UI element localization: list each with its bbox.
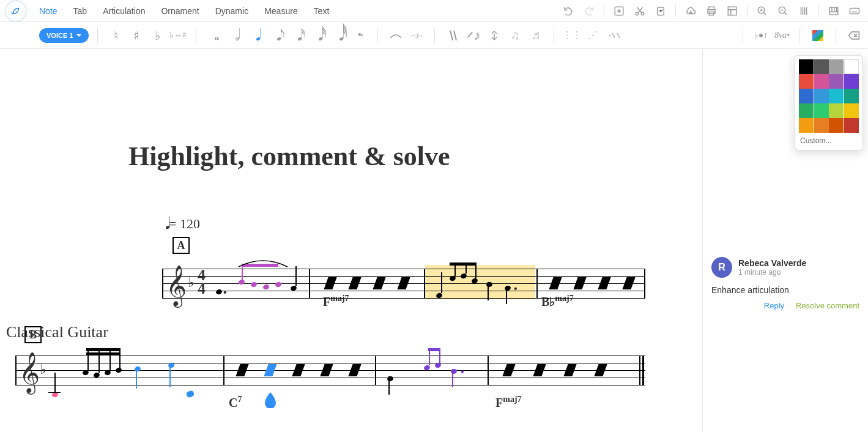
eighth-note-icon[interactable]: 𝅘𝅥𝅮 (267, 26, 286, 45)
delete-icon[interactable] (845, 26, 863, 45)
chord-fmaj7-2: Fmaj7 (495, 395, 522, 410)
color-custom-button[interactable]: Custom... (799, 133, 859, 146)
keyboard-icon[interactable] (846, 2, 863, 20)
cut-icon[interactable] (631, 2, 648, 20)
menu-text[interactable]: Text (314, 6, 330, 16)
quarter-note-icon[interactable]: 𝅘𝅥 (247, 26, 265, 45)
voice-selector[interactable]: VOICE 1 (39, 28, 89, 43)
print-icon[interactable] (703, 2, 720, 20)
redo-icon[interactable] (581, 2, 598, 20)
zoom-out-icon[interactable] (774, 2, 792, 20)
layout-icon[interactable] (724, 2, 741, 20)
zoom-in-icon[interactable] (754, 2, 771, 20)
sharp-icon[interactable]: ♯ (127, 26, 146, 45)
half-note-icon[interactable]: 𝅗𝅥 (226, 26, 244, 45)
color-swatch[interactable] (799, 74, 814, 89)
color-swatch[interactable] (844, 118, 859, 133)
grace-beamed-icon[interactable]: ♫ (506, 26, 524, 45)
caesura-icon[interactable] (443, 26, 462, 45)
tempo-marking: 𝅘𝅥= 120 (165, 215, 678, 233)
side-panel: Custom... R Rebeca Valverde 1 minute ago… (703, 49, 868, 432)
tuplet-icon[interactable]: ⌐3¬ (407, 26, 426, 45)
main-menu: Note Tab Articulation Ornament Dynamic M… (39, 6, 329, 16)
color-swatch[interactable] (844, 89, 859, 103)
menu-tab[interactable]: Tab (73, 6, 87, 16)
paste-icon[interactable] (652, 2, 669, 20)
separator (434, 28, 435, 43)
tie-icon[interactable] (387, 26, 405, 45)
thirtysecond-note-icon[interactable]: 𝅘𝅥𝅰 (309, 26, 327, 45)
score-canvas[interactable]: Highlight, comment & solve Classical Gui… (0, 49, 703, 432)
color-swatch[interactable] (829, 59, 844, 74)
color-swatch[interactable] (829, 118, 844, 133)
separator (377, 28, 378, 43)
dot-icon[interactable]: •▾ (351, 26, 369, 45)
octave-down-dots-icon[interactable]: ⋰ (584, 26, 602, 45)
color-picker-button[interactable] (809, 26, 827, 45)
color-swatch[interactable] (799, 89, 814, 103)
main-area: Highlight, comment & solve Classical Gui… (0, 49, 868, 432)
instrument-name: Classical Guitar (6, 323, 108, 341)
slash-note-icon[interactable]: 𝄍♪ (464, 26, 483, 45)
piano-icon[interactable] (825, 2, 842, 20)
color-swatch[interactable] (814, 89, 829, 103)
color-swatch[interactable] (844, 59, 859, 74)
separator (743, 28, 743, 43)
menu-articulation[interactable]: Articulation (103, 6, 145, 16)
whole-note-icon[interactable]: 𝅝 (205, 26, 223, 45)
menu-measure[interactable]: Measure (264, 6, 297, 16)
ottava-icon[interactable]: 8va▾ (773, 26, 791, 45)
cloud-icon[interactable] (682, 2, 699, 20)
avatar: R (711, 257, 732, 278)
color-grid (799, 59, 859, 133)
menu-note[interactable]: Note (39, 6, 57, 16)
color-swatch[interactable] (829, 103, 844, 118)
sixteenth-note-icon[interactable]: 𝅘𝅥𝅯 (288, 26, 306, 45)
ghost-note-icon[interactable] (485, 26, 503, 45)
color-swatch[interactable] (844, 74, 859, 89)
color-swatch[interactable] (814, 103, 829, 118)
color-swatch[interactable] (799, 103, 814, 118)
tremolo-icon[interactable] (604, 26, 623, 45)
staff-line-2[interactable]: 𝄞 ♭ (15, 346, 645, 395)
color-swatch[interactable] (799, 118, 814, 133)
resolve-button[interactable]: Resolve comment (796, 301, 859, 310)
separator: · (789, 301, 792, 310)
octave-up-dots-icon[interactable]: ⋮⋮ (563, 26, 581, 45)
color-swatch[interactable] (844, 103, 859, 118)
separator (836, 28, 836, 43)
treble-clef-icon: 𝄞 (166, 265, 187, 307)
rehearsal-mark-a: A (172, 237, 190, 254)
color-swatch[interactable] (814, 74, 829, 89)
comment-card[interactable]: R Rebeca Valverde 1 minute ago Enhance a… (703, 257, 868, 310)
menu-ornament[interactable]: Ornament (161, 6, 199, 16)
separator (747, 5, 747, 17)
staff-line-1[interactable]: 𝄞 ♭ 44 • (162, 259, 645, 308)
natural-icon[interactable]: ♮ (106, 26, 125, 45)
color-swatch[interactable] (829, 74, 844, 89)
enharmonic-icon[interactable]: ♭↔♯ (169, 26, 187, 45)
flat-icon[interactable]: ♭ (148, 26, 166, 45)
playhead-marker-icon[interactable] (264, 392, 277, 408)
color-swatch[interactable] (829, 89, 844, 103)
separator (97, 28, 98, 43)
menu-dynamic[interactable]: Dynamic (215, 6, 248, 16)
grace-acciaccatura-icon[interactable]: ♬ (527, 26, 545, 45)
voice-label: VOICE 1 (46, 32, 73, 39)
color-popover: Custom... (795, 55, 863, 151)
color-swatch[interactable] (814, 59, 829, 74)
app-logo[interactable] (5, 0, 27, 22)
separator (818, 5, 819, 17)
top-menu-bar: Note Tab Articulation Ornament Dynamic M… (0, 0, 868, 22)
reply-button[interactable]: Reply (764, 301, 784, 310)
undo-icon[interactable] (560, 2, 577, 20)
tempo-value: = 120 (169, 216, 200, 232)
add-icon[interactable] (610, 2, 628, 20)
bars-icon[interactable] (795, 2, 812, 20)
color-swatch[interactable] (799, 59, 814, 74)
chord-c7: C7 (229, 395, 242, 410)
sixtyfourth-note-icon[interactable]: 𝅘𝅥𝅱 (330, 26, 348, 45)
transpose-icon[interactable]: ♭●↑ (752, 26, 770, 45)
separator (604, 5, 604, 17)
color-swatch[interactable] (814, 118, 829, 133)
